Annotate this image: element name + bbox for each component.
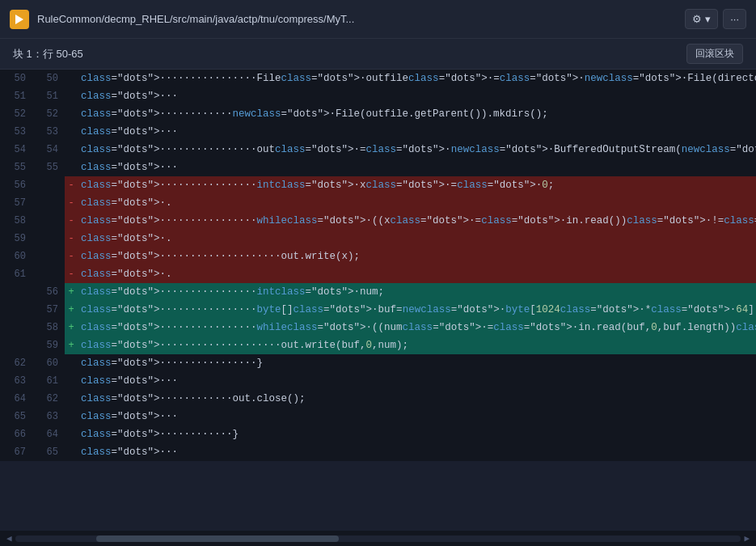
table-row: 6260class="dots">················} [0, 354, 756, 372]
table-row: 5353class="dots">··· [0, 123, 756, 141]
line-marker: + [65, 319, 78, 336]
line-content: class="dots">················intclass="d… [78, 176, 756, 194]
settings-button[interactable]: ⚙ ▾ [685, 9, 718, 29]
line-num-new: 53 [32, 123, 65, 141]
table-row: 57+class="dots">················byte[]cl… [0, 301, 756, 319]
scroll-left-arrow[interactable]: ◀ [3, 533, 15, 544]
svg-marker-0 [15, 15, 23, 24]
app-window: RuleCommon/decmp_RHEL/src/main/java/actp… [0, 0, 756, 546]
line-marker: - [65, 176, 78, 194]
line-num-new [32, 176, 65, 194]
table-row: 59+class="dots">····················out.… [0, 336, 756, 354]
table-row: 56+class="dots">················intclass… [0, 283, 756, 301]
line-marker [65, 425, 78, 443]
block-title: 块 1：行 50-65 [13, 47, 83, 61]
line-num-new [32, 230, 65, 248]
table-row: 6462class="dots">············out.close()… [0, 390, 756, 408]
scrollbar-track[interactable] [15, 535, 741, 542]
line-content: class="dots">·. [78, 230, 756, 248]
line-content: class="dots">··· [78, 408, 756, 425]
line-num-new: 54 [32, 141, 65, 159]
line-num-orig: 62 [0, 354, 32, 372]
line-num-orig: 61 [0, 265, 32, 283]
line-num-orig: 67 [0, 443, 32, 461]
line-num-new: 59 [32, 336, 65, 354]
line-content: class="dots">················whileclass=… [78, 212, 756, 230]
line-num-new: 56 [32, 283, 65, 301]
line-marker [65, 70, 78, 87]
line-num-new: 63 [32, 408, 65, 425]
line-num-orig: 53 [0, 123, 32, 141]
line-num-orig: 66 [0, 425, 32, 443]
line-content: class="dots">·. [78, 194, 756, 212]
more-button[interactable]: ··· [723, 9, 746, 29]
line-marker: - [65, 230, 78, 248]
line-content: class="dots">····················out.wri… [78, 336, 756, 354]
line-num-orig: 65 [0, 408, 32, 425]
line-content: class="dots">················} [78, 354, 756, 372]
table-row: 58-class="dots">················whilecla… [0, 212, 756, 230]
line-num-orig: 55 [0, 159, 32, 176]
line-marker [65, 159, 78, 176]
table-row: 60-class="dots">····················out.… [0, 248, 756, 265]
line-num-new: 60 [32, 354, 65, 372]
line-content: class="dots">··· [78, 87, 756, 105]
code-lines: 5050class="dots">················Filecla… [0, 70, 756, 461]
line-num-orig [0, 336, 32, 354]
line-num-orig: 57 [0, 194, 32, 212]
table-row: 5454class="dots">················outclas… [0, 141, 756, 159]
line-num-orig [0, 301, 32, 319]
line-content: class="dots">·. [78, 265, 756, 283]
line-content: class="dots">····················out.wri… [78, 248, 756, 265]
line-num-new: 62 [32, 390, 65, 408]
line-marker: + [65, 301, 78, 319]
app-logo [10, 10, 29, 29]
line-num-orig: 56 [0, 176, 32, 194]
line-num-orig: 52 [0, 105, 32, 123]
scrollbar-thumb[interactable] [96, 535, 339, 542]
line-num-orig [0, 283, 32, 301]
line-content: class="dots">················outclass="d… [78, 141, 756, 159]
scroll-block-button[interactable]: 回滚区块 [686, 44, 743, 64]
line-num-new [32, 194, 65, 212]
line-num-new: 51 [32, 87, 65, 105]
line-content: class="dots">··· [78, 123, 756, 141]
line-content: class="dots">··· [78, 159, 756, 176]
scroll-right-arrow[interactable]: ▶ [741, 533, 753, 544]
table-row: 5151class="dots">··· [0, 87, 756, 105]
line-content: class="dots">············out.close(); [78, 390, 756, 408]
line-marker [65, 443, 78, 461]
line-content: class="dots">················Fileclass="… [78, 70, 756, 87]
line-marker: + [65, 283, 78, 301]
line-num-new [32, 265, 65, 283]
gear-icon: ⚙ [692, 13, 702, 25]
line-num-orig: 50 [0, 70, 32, 87]
line-num-new: 50 [32, 70, 65, 87]
line-num-orig: 51 [0, 87, 32, 105]
line-num-new: 57 [32, 301, 65, 319]
scrollbar[interactable]: ◀ ▶ [0, 530, 756, 546]
line-marker [65, 87, 78, 105]
line-num-new: 64 [32, 425, 65, 443]
more-icon: ··· [730, 13, 739, 25]
chevron-down-icon: ▾ [705, 13, 711, 25]
block-header: 块 1：行 50-65 回滚区块 [0, 39, 756, 70]
line-marker [65, 105, 78, 123]
line-marker [65, 354, 78, 372]
line-num-orig [0, 319, 32, 336]
table-row: 59-class="dots">·. [0, 230, 756, 248]
line-num-new: 61 [32, 372, 65, 390]
line-num-orig: 54 [0, 141, 32, 159]
title-controls: ⚙ ▾ ··· [685, 9, 746, 29]
line-marker [65, 372, 78, 390]
table-row: 6361class="dots">··· [0, 372, 756, 390]
code-area: 5050class="dots">················Filecla… [0, 70, 756, 530]
line-marker [65, 123, 78, 141]
table-row: 61-class="dots">·. [0, 265, 756, 283]
line-marker: - [65, 248, 78, 265]
line-num-orig: 58 [0, 212, 32, 230]
line-num-orig: 60 [0, 248, 32, 265]
table-row: 57-class="dots">·. [0, 194, 756, 212]
line-content: class="dots">················whileclass=… [78, 319, 756, 336]
line-content: class="dots">··· [78, 443, 756, 461]
